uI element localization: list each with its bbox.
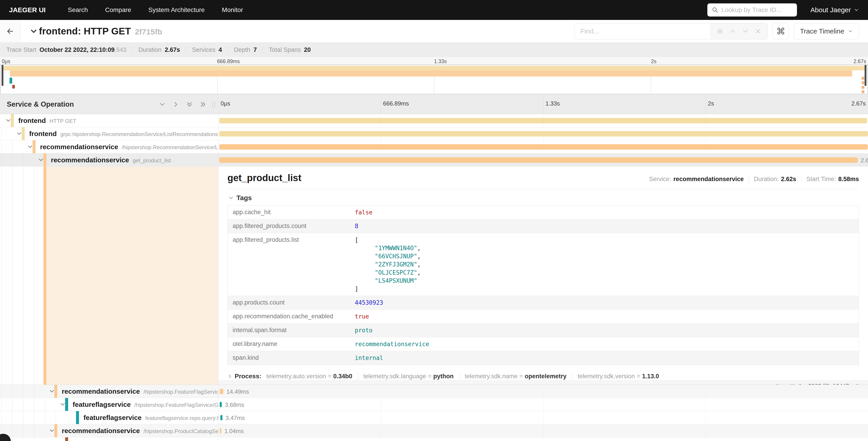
span-collapse-chevron[interactable] (27, 144, 33, 151)
trace-summary-bar: Trace StartOctober 22 2022, 22:10:09.543… (0, 42, 868, 57)
deep-link-icon[interactable] (853, 383, 859, 385)
span-service-name[interactable]: recommendationservice/hipstershop.Produc… (62, 427, 218, 435)
tag-row[interactable]: app.filtered_products.count8 (228, 219, 859, 233)
span-row[interactable]: frontendHTTP GET (0, 114, 868, 127)
process-tag-value: opentelemetry (525, 373, 567, 380)
span-duration-bar[interactable] (220, 415, 222, 420)
span-duration-bar[interactable] (219, 157, 858, 163)
span-timeline-cell[interactable]: 1.04ms (218, 424, 868, 437)
tag-row[interactable]: internal.span.formatproto (228, 323, 859, 337)
span-row[interactable] (0, 437, 868, 441)
span-timeline-cell[interactable] (218, 140, 868, 153)
span-service-name[interactable]: frontendHTTP GET (18, 117, 76, 124)
span-timeline-cell[interactable]: 2.62s (218, 153, 868, 167)
minimap-left-scrubber[interactable] (2, 65, 3, 86)
tag-row[interactable]: span.kindinternal (228, 351, 859, 365)
span-collapse-chevron[interactable] (49, 388, 55, 395)
timeline-gridline (381, 424, 381, 437)
detail-meta-value: recommendationservice (673, 176, 744, 183)
detail-meta-label: Start Time: (806, 176, 836, 183)
equals-sign: = (637, 373, 640, 380)
service-color-bar (65, 398, 68, 411)
back-button[interactable] (0, 20, 20, 42)
span-row[interactable]: featureflagservicefeatureflagservice.rep… (0, 411, 868, 424)
minimap-canvas[interactable] (0, 65, 868, 94)
span-duration-bar[interactable] (219, 144, 868, 150)
span-row[interactable]: featureflagservice/hipstershop.FeatureFl… (0, 398, 868, 411)
expand-all-icon[interactable] (199, 101, 206, 108)
find-next-icon[interactable] (742, 28, 749, 35)
nav-item-system-architecture[interactable]: System Architecture (140, 6, 213, 13)
collapse-trace-chevron[interactable] (30, 27, 37, 35)
string-value: "66VCHSJNUP" (375, 253, 417, 260)
timeline-ruler: 0μs666.89ms1.33s2s2.67s (218, 95, 868, 114)
span-row[interactable]: frontendgrpc.hipstershop.RecommendationS… (0, 127, 868, 140)
timeline-gridline (381, 385, 381, 398)
span-timeline-cell[interactable]: 14.49ms (218, 385, 868, 398)
span-collapse-chevron[interactable] (5, 117, 11, 124)
nav-item-search[interactable]: Search (59, 6, 97, 13)
tag-row[interactable]: otel.library.namerecommendationservice (228, 337, 859, 351)
tag-row[interactable]: app.filtered_products.list["1YMWWN1N4O",… (228, 233, 859, 296)
span-service-name[interactable]: recommendationserviceget_product_list (51, 156, 171, 164)
indent-guide (45, 411, 45, 424)
span-tree-cell: recommendationservice/hipstershop.Featur… (0, 385, 218, 398)
span-timeline-cell[interactable] (218, 127, 868, 140)
span-row[interactable]: recommendationservice/hipstershop.Produc… (0, 424, 868, 437)
span-duration-bar[interactable] (219, 118, 867, 123)
minimap-right-scrubber[interactable] (865, 65, 866, 86)
span-row[interactable]: recommendationservice/hipstershop.Featur… (0, 385, 868, 398)
tags-accordion-toggle[interactable]: Tags (228, 194, 859, 202)
span-collapse-chevron[interactable] (16, 130, 22, 138)
keyboard-shortcuts-button[interactable]: ⌘ (773, 23, 789, 39)
span-service-name[interactable]: recommendationservice/hipstershop.Recomm… (40, 143, 218, 151)
span-service-name[interactable]: featureflagservicefeatureflagservice.rep… (84, 414, 218, 421)
span-service-name[interactable]: featureflagservice/hipstershop.FeatureFl… (73, 401, 218, 408)
span-duration-bar[interactable] (219, 131, 868, 137)
clear-find-icon[interactable] (755, 28, 762, 35)
app-brand[interactable]: JAEGER UI (9, 6, 46, 14)
process-row[interactable]: Process: telemetry.auto.version=0.34b0te… (227, 373, 859, 380)
chevron-down-icon (848, 29, 853, 34)
span-collapse-chevron[interactable] (60, 401, 66, 408)
collapse-one-icon[interactable] (159, 101, 166, 108)
span-service-name[interactable]: frontendgrpc.hipstershop.RecommendationS… (29, 130, 218, 138)
span-timeline-cell[interactable]: 3.47ms (218, 411, 868, 424)
tag-key: otel.library.name (232, 340, 355, 348)
span-duration-bar[interactable] (220, 389, 223, 394)
span-collapse-chevron[interactable] (49, 428, 55, 435)
span-row[interactable]: recommendationservice/hipstershop.Recomm… (0, 140, 868, 153)
tag-row[interactable]: app.cache_hitfalse (228, 206, 859, 219)
about-jaeger-menu[interactable]: About Jaeger (810, 6, 859, 14)
span-timeline-cell[interactable] (218, 114, 868, 127)
divider (749, 176, 749, 182)
span-row[interactable]: recommendationserviceget_product_list2.6… (0, 153, 868, 167)
column-resizer[interactable] (212, 101, 215, 108)
span-duration-bar[interactable] (220, 428, 221, 434)
trace-id-lookup-input[interactable] (707, 3, 797, 17)
detail-meta-value: 2.62s (781, 176, 796, 183)
process-tag-key: telemetry.sdk.version (578, 373, 635, 380)
span-timeline-cell[interactable] (218, 437, 868, 441)
nav-item-monitor[interactable]: Monitor (213, 6, 252, 13)
focus-target-icon[interactable] (717, 28, 723, 35)
find-prev-icon[interactable] (729, 28, 736, 35)
tag-row[interactable]: app.products.count44530923 (228, 296, 859, 310)
find-input[interactable] (575, 23, 711, 39)
span-service-name[interactable]: recommendationservice/hipstershop.Featur… (62, 388, 218, 395)
tag-key: app.products.count (232, 299, 355, 306)
expand-one-icon[interactable] (173, 101, 179, 108)
tag-row[interactable]: app.recommendation.cache_enabledtrue (228, 310, 859, 323)
span-timeline-cell[interactable]: 3.68ms (218, 398, 868, 411)
span-duration-bar[interactable] (220, 402, 222, 407)
nav-right: About Jaeger (707, 3, 859, 17)
array-item: "OLJCESPC7Z", (355, 268, 421, 277)
detail-meta-label: Duration: (754, 176, 779, 183)
nav-item-compare[interactable]: Compare (96, 6, 140, 13)
tags-table: app.cache_hitfalseapp.filtered_products.… (227, 205, 859, 365)
trace-view-selector[interactable]: Trace Timeline (794, 23, 859, 39)
span-collapse-chevron[interactable] (38, 157, 44, 164)
collapse-all-icon[interactable] (186, 101, 193, 108)
timeline-gridline (381, 398, 381, 411)
minimap-span-mark (862, 81, 864, 84)
